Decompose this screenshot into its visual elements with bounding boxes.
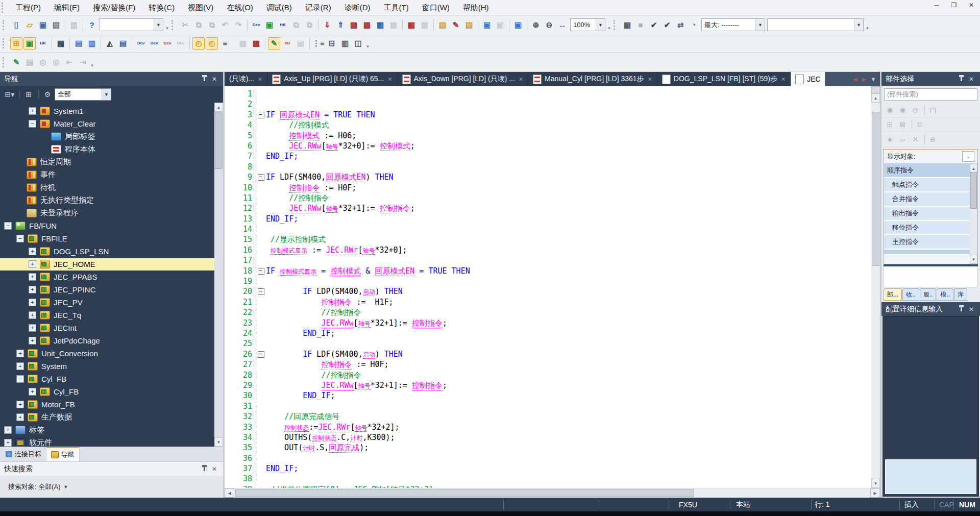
program-verify-icon[interactable]: ▩	[250, 37, 262, 50]
max-combobox[interactable]: 最大: --------▼	[701, 18, 765, 31]
label-editor-icon[interactable]: ▤	[72, 37, 85, 50]
delete-part-icon[interactable]: ✕	[910, 134, 921, 145]
tree-item------[interactable]: 未登录程序	[0, 207, 214, 219]
tree-item-jec_pv[interactable]: +JEC_PV	[0, 296, 214, 309]
tree-expander-icon[interactable]: +	[29, 260, 36, 268]
instruction-list-item[interactable]: 输出指令	[884, 207, 970, 221]
collapse-all-button[interactable]: ⊞	[22, 88, 35, 101]
redo-icon[interactable]: ↷	[232, 19, 244, 31]
device-monitor-window-icon[interactable]: HK	[277, 19, 289, 31]
tree-item-cyl_fb[interactable]: −Cyl_FB	[0, 373, 214, 385]
tree-item-----[interactable]: 恒定周期	[0, 156, 214, 168]
parts-tab-履[interactable]: 履..	[920, 288, 937, 301]
menu-item-5[interactable]: 视图(V)	[181, 0, 220, 15]
split-handle[interactable]	[871, 86, 880, 93]
project-tree-toggle-icon[interactable]: ⊞	[10, 37, 22, 50]
check-program-2-icon[interactable]: ✔	[661, 19, 673, 31]
snapshot-1-icon[interactable]: ⧉	[290, 19, 302, 31]
note-edit-icon[interactable]: ✎	[450, 19, 462, 31]
quick-find-combobox[interactable]: ▼	[100, 18, 163, 31]
menu-item-9[interactable]: 诊断(D)	[338, 0, 377, 15]
scroll-right-icon[interactable]: ▶	[870, 488, 880, 498]
find-device-icon[interactable]: ◎	[37, 56, 49, 68]
tree-expander-icon[interactable]: +	[29, 311, 36, 319]
save-project-icon[interactable]: ▣	[37, 19, 49, 31]
read-mode-icon[interactable]: ▤	[23, 56, 36, 68]
find-previous-part-icon[interactable]: ◉	[884, 104, 896, 115]
write-to-plc-icon[interactable]: ⇓	[321, 19, 333, 31]
close-icon[interactable]: ✕	[967, 305, 976, 314]
toolbar-overflow-icon[interactable]: ▾	[865, 18, 870, 32]
scroll-thumb[interactable]	[970, 172, 977, 209]
cut-icon[interactable]: ✂	[179, 19, 191, 31]
pin-icon[interactable]	[200, 75, 209, 84]
display-target-dropdown[interactable]: ⌄	[962, 151, 974, 162]
tree-item-----[interactable]: 局部标签	[0, 130, 214, 143]
instruction-list-item[interactable]: 合并指令	[884, 192, 970, 207]
comment-display-icon[interactable]: ▤	[295, 37, 307, 50]
editor-tab-3[interactable]: Axis_Down [PRG] [LD] (只读) ...✕	[398, 72, 529, 86]
search-target-dropdown[interactable]: 搜索对象: 全部(A) ▼	[4, 480, 72, 494]
offline-monitor-icon[interactable]: ▦	[387, 19, 400, 31]
split-view-icon[interactable]: ◫	[352, 37, 364, 50]
tree-expander-icon[interactable]: +	[16, 350, 24, 357]
tree-item-unit_conversion[interactable]: +Unit_Conversion	[0, 347, 214, 360]
tree-item-jec_ppabs[interactable]: +JEC_PPABS	[0, 271, 214, 283]
statement-batch-icon[interactable]: ▤	[463, 19, 475, 31]
tree-expander-icon[interactable]: +	[29, 286, 36, 293]
tree-item-fb-fun[interactable]: −FB/FUN	[0, 219, 214, 232]
indent-increase-icon[interactable]: ⇥	[77, 56, 89, 68]
find-instruction-icon[interactable]: ◎	[50, 56, 62, 68]
verify-with-plc-icon[interactable]: ▦	[348, 19, 360, 31]
indent-guide-icon[interactable]: ⊟	[326, 37, 338, 50]
statement-display-icon[interactable]: ▤	[436, 19, 449, 31]
editor-tab-6[interactable]: JEC	[791, 72, 825, 86]
instruction-list-item[interactable]: 主控指令	[884, 235, 970, 250]
print-preview-icon[interactable]: ▥	[68, 19, 80, 31]
module-diagnostics-icon[interactable]: ▦	[374, 19, 386, 31]
tree-item-motor_fb[interactable]: +Motor_FB	[0, 398, 214, 411]
pin-icon[interactable]	[957, 75, 966, 84]
tree-item--------[interactable]: 无执行类型指定	[0, 194, 214, 207]
tree-item-mater_clear[interactable]: −Mater_Clear	[0, 117, 214, 130]
pin-icon[interactable]	[200, 464, 209, 474]
snapshot-2-icon[interactable]: ⧉	[303, 19, 315, 31]
next-tab-icon[interactable]: ▶	[860, 74, 869, 84]
delete-from-circuit-icon[interactable]: ⊠	[897, 119, 909, 130]
editor-tab-5[interactable]: DOG_LSP_LSN [FB] [ST] (59)步✕	[657, 72, 791, 86]
tab-list-icon[interactable]: ▼	[869, 74, 878, 84]
toolbar-overflow-icon[interactable]: ▾	[365, 37, 371, 50]
docking-window-icon[interactable]: ▣	[512, 19, 524, 31]
check-program-1-icon[interactable]: ✔	[648, 19, 660, 31]
window-cascade-icon[interactable]: ▣	[481, 19, 493, 31]
tree-expander-icon[interactable]: +	[16, 401, 24, 408]
scroll-thumb[interactable]	[215, 112, 223, 169]
online-change-icon[interactable]: ◔	[688, 19, 700, 31]
device-test-icon[interactable]: Dev	[175, 37, 187, 50]
tree-expander-icon[interactable]: +	[29, 248, 36, 255]
read-from-plc-icon[interactable]: ⇑	[334, 19, 347, 31]
sampling-trace-icon[interactable]: ▣	[263, 19, 276, 31]
menu-item-8[interactable]: 记录(R)	[299, 0, 338, 15]
tree-filter-combobox[interactable]: 全部▼	[55, 88, 111, 101]
tree-item-----[interactable]: +生产数据	[0, 411, 214, 424]
parts-placement-icon[interactable]: ⧉	[914, 119, 926, 130]
detail-display-icon[interactable]: ▤	[927, 104, 939, 115]
tree-item-----[interactable]: 程序本体	[0, 143, 214, 156]
intelligent-module-icon[interactable]: ▦	[55, 37, 67, 50]
close-icon[interactable]: ✕	[967, 75, 976, 84]
copy-icon[interactable]: ⧉	[192, 19, 205, 31]
tree-item-fbfile[interactable]: −FBFILE	[0, 232, 214, 245]
fold-collapse-icon[interactable]	[258, 288, 264, 295]
scroll-left-icon[interactable]: ◀	[225, 488, 234, 498]
maximize-button[interactable]: ❐	[945, 0, 963, 10]
menu-item-4[interactable]: 转换(C)	[142, 0, 181, 15]
detail-input-field[interactable]	[885, 459, 976, 494]
scroll-down-icon[interactable]: ▼	[214, 437, 223, 447]
tree-expander-icon[interactable]: +	[29, 324, 36, 332]
new-project-icon[interactable]: ▯	[10, 19, 22, 31]
ladder-edit-mode-icon[interactable]: ✎	[268, 37, 280, 50]
menu-item-2[interactable]: 编辑(E)	[47, 0, 86, 15]
tree-item----[interactable]: +软元件	[0, 436, 214, 447]
monitor-pause-icon[interactable]: ■	[634, 19, 647, 31]
